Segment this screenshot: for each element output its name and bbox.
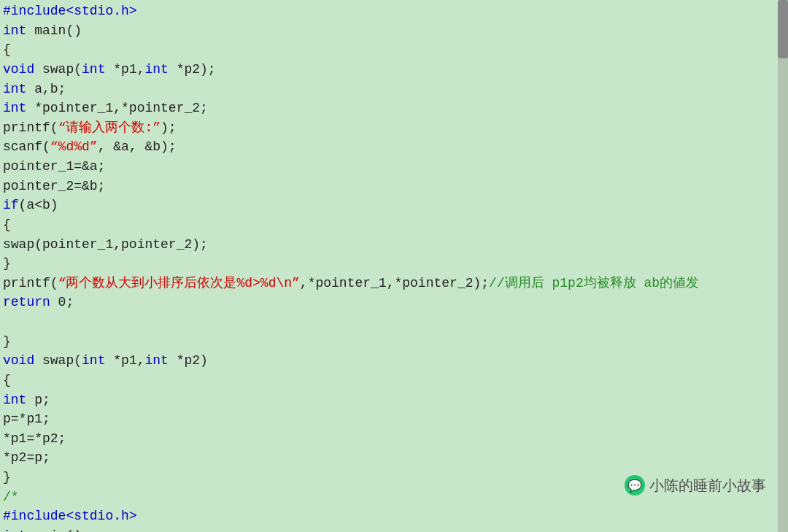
scrollbar[interactable]: [778, 0, 788, 532]
code-line: swap(pointer_1,pointer_2);: [3, 235, 788, 255]
code-line: *p2=p;: [3, 448, 788, 468]
code-line: }: [3, 332, 788, 352]
code-line: {: [3, 215, 788, 235]
code-line: [3, 312, 788, 332]
code-line: printf(“请输入两个数:”);: [3, 118, 788, 138]
code-line: {: [3, 371, 788, 390]
scrollbar-thumb[interactable]: [778, 0, 788, 58]
code-line: }: [3, 254, 788, 274]
code-line: int a,b;: [3, 80, 788, 99]
code-line: pointer_1=&a;: [3, 157, 788, 177]
code-line: {: [3, 40, 788, 60]
wechat-icon: 💬: [625, 475, 645, 496]
watermark-text: 小陈的睡前小故事: [649, 476, 766, 496]
code-line: void swap(int *p1,int *p2): [3, 351, 788, 371]
code-line: scanf(“%d%d”, &a, &b);: [3, 137, 788, 157]
code-area: #include<stdio.h>int main(){void swap(in…: [0, 0, 788, 532]
watermark: 💬 小陈的睡前小故事: [625, 475, 766, 496]
code-line: int main(): [3, 21, 788, 41]
code-line: if(a<b): [3, 196, 788, 215]
code-line: #include<stdio.h>: [3, 1, 788, 21]
code-line: int *pointer_1,*pointer_2;: [3, 99, 788, 118]
code-lines: #include<stdio.h>int main(){void swap(in…: [3, 1, 788, 532]
code-line: printf(“两个数从大到小排序后依次是%d>%d\n”,*pointer_1…: [3, 274, 788, 293]
code-line: *p1=*p2;: [3, 429, 788, 449]
code-line: int p;: [3, 390, 788, 410]
code-line: int main(): [3, 526, 788, 532]
code-line: p=*p1;: [3, 409, 788, 429]
code-line: pointer_2=&b;: [3, 177, 788, 196]
code-line: void swap(int *p1,int *p2);: [3, 60, 788, 80]
code-line: #include<stdio.h>: [3, 506, 788, 526]
code-line: return 0;: [3, 293, 788, 312]
